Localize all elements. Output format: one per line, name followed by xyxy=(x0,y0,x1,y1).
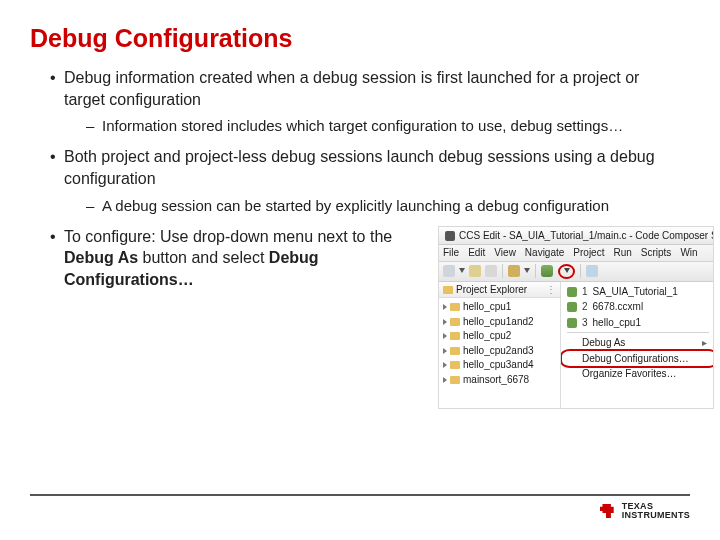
expand-icon[interactable] xyxy=(443,304,447,310)
project-label: hello_cpu3and4 xyxy=(463,358,534,372)
launch-history-menu: 1SA_UIA_Tutorial_1 26678.ccxml 3hello_cp… xyxy=(561,282,713,385)
launch-item[interactable]: 26678.ccxml xyxy=(563,299,713,315)
new-icon[interactable] xyxy=(443,265,455,277)
launch-num: 3 xyxy=(582,316,588,330)
separator xyxy=(535,264,536,278)
bullet-3-mid: button and select xyxy=(138,249,269,266)
bullet-1-sub-1: Information stored includes which target… xyxy=(86,116,680,136)
menu-edit[interactable]: Edit xyxy=(468,246,485,260)
bullet-3-text: To configure: Use drop-down menu next to… xyxy=(64,226,424,291)
project-node[interactable]: hello_cpu2 xyxy=(443,329,558,344)
window-titlebar: CCS Edit - SA_UIA_Tutorial_1/main.c - Co… xyxy=(439,227,713,246)
menubar: File Edit View Navigate Project Run Scri… xyxy=(439,245,713,262)
folder-icon xyxy=(450,332,460,340)
launch-label: hello_cpu1 xyxy=(593,316,641,330)
ti-logo-icon xyxy=(598,502,616,520)
project-explorer-tab[interactable]: Project Explorer ⋮ xyxy=(439,282,560,299)
blank-icon xyxy=(567,369,577,379)
window-title: CCS Edit - SA_UIA_Tutorial_1/main.c - Co… xyxy=(459,229,713,243)
launch-icon xyxy=(567,318,577,328)
menu-separator xyxy=(567,332,709,333)
folder-icon xyxy=(450,361,460,369)
launch-icon xyxy=(567,287,577,297)
separator xyxy=(580,264,581,278)
launch-icon xyxy=(567,302,577,312)
menu-project[interactable]: Project xyxy=(573,246,604,260)
bullet-3: To configure: Use drop-down menu next to… xyxy=(50,226,680,409)
dropdown-arrow-icon[interactable] xyxy=(524,268,530,274)
submenu-arrow-icon: ▸ xyxy=(702,336,707,350)
folder-icon xyxy=(450,318,460,326)
menu-scripts[interactable]: Scripts xyxy=(641,246,672,260)
folder-icon xyxy=(443,286,453,294)
footer: TEXAS INSTRUMENTS xyxy=(30,494,690,520)
toolbar xyxy=(439,262,713,282)
menu-navigate[interactable]: Navigate xyxy=(525,246,564,260)
dropdown-arrow-icon[interactable] xyxy=(459,268,465,274)
save-all-icon[interactable] xyxy=(485,265,497,277)
project-label: hello_cpu1and2 xyxy=(463,315,534,329)
expand-icon[interactable] xyxy=(443,333,447,339)
debug-as-icon[interactable] xyxy=(541,265,553,277)
page-title: Debug Configurations xyxy=(30,24,690,53)
expand-icon[interactable] xyxy=(443,362,447,368)
project-label: hello_cpu2and3 xyxy=(463,344,534,358)
build-icon[interactable] xyxy=(508,265,520,277)
expand-icon[interactable] xyxy=(443,348,447,354)
folder-icon xyxy=(450,347,460,355)
debug-configurations-item[interactable]: Debug Configurations… xyxy=(563,351,713,367)
launch-label: 6678.ccxml xyxy=(593,300,644,314)
bullet-3-pre: To configure: Use drop-down menu next to… xyxy=(64,228,392,245)
project-node[interactable]: hello_cpu1 xyxy=(443,300,558,315)
project-label: hello_cpu2 xyxy=(463,329,511,343)
launch-num: 1 xyxy=(582,285,588,299)
launch-num: 2 xyxy=(582,300,588,314)
save-icon[interactable] xyxy=(469,265,481,277)
expand-icon[interactable] xyxy=(443,377,447,383)
project-label: mainsort_6678 xyxy=(463,373,529,387)
debug-dropdown-highlight xyxy=(558,264,575,279)
launch-item[interactable]: 1SA_UIA_Tutorial_1 xyxy=(563,284,713,300)
project-node[interactable]: mainsort_6678 xyxy=(443,373,558,388)
expand-icon[interactable] xyxy=(443,319,447,325)
project-label: hello_cpu1 xyxy=(463,300,511,314)
menu-window[interactable]: Win xyxy=(680,246,697,260)
folder-icon xyxy=(450,376,460,384)
tool-icon[interactable] xyxy=(586,265,598,277)
launch-label: SA_UIA_Tutorial_1 xyxy=(593,285,678,299)
brand-bottom: INSTRUMENTS xyxy=(622,511,690,520)
menu-file[interactable]: File xyxy=(443,246,459,260)
view-menu-icon[interactable]: ⋮ xyxy=(546,283,556,297)
ide-screenshot: CCS Edit - SA_UIA_Tutorial_1/main.c - Co… xyxy=(438,226,714,409)
separator xyxy=(502,264,503,278)
bullet-2: Both project and project-less debug sess… xyxy=(50,146,680,215)
ccs-icon xyxy=(445,231,455,241)
menu-view[interactable]: View xyxy=(494,246,516,260)
launch-item[interactable]: 3hello_cpu1 xyxy=(563,315,713,331)
debug-as-label: Debug As xyxy=(582,336,625,350)
menu-run[interactable]: Run xyxy=(613,246,631,260)
bullet-3-bold-1: Debug As xyxy=(64,249,138,266)
bullet-1: Debug information created when a debug s… xyxy=(50,67,680,136)
bullet-2-sub-1: A debug session can be started by explic… xyxy=(86,196,680,216)
bullet-list: Debug information created when a debug s… xyxy=(30,67,690,409)
project-explorer-label: Project Explorer xyxy=(456,283,527,297)
bullet-1-text: Debug information created when a debug s… xyxy=(64,69,639,108)
dropdown-arrow-icon[interactable] xyxy=(564,268,570,274)
blank-icon xyxy=(567,338,577,348)
organize-favorites-item[interactable]: Organize Favorites… xyxy=(563,366,713,382)
project-node[interactable]: hello_cpu2and3 xyxy=(443,344,558,359)
bullet-2-text: Both project and project-less debug sess… xyxy=(64,148,655,187)
organize-label: Organize Favorites… xyxy=(582,367,676,381)
folder-icon xyxy=(450,303,460,311)
project-node[interactable]: hello_cpu1and2 xyxy=(443,315,558,330)
project-node[interactable]: hello_cpu3and4 xyxy=(443,358,558,373)
highlight-ring xyxy=(561,349,713,369)
